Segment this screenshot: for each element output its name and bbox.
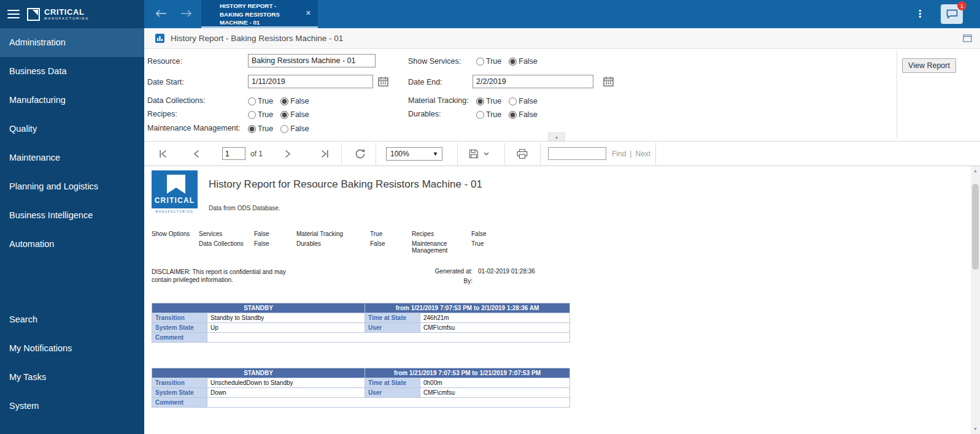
option-name: Services <box>199 230 254 237</box>
show-services-false-radio[interactable]: False <box>509 57 538 66</box>
option-value: True <box>471 240 508 254</box>
show-services-false-input[interactable] <box>509 58 517 66</box>
next-page-button[interactable] <box>284 148 292 159</box>
scroll-down-button[interactable]: ▼ <box>971 424 980 434</box>
sidebar-item-quality[interactable]: Quality <box>0 115 144 143</box>
data-collections-true-radio[interactable]: True <box>248 97 273 105</box>
date-end-calendar-icon[interactable] <box>603 77 614 86</box>
sidebar: CRITICAL MANUFACTURING Administration Bu… <box>0 0 144 434</box>
maintenance-management-false-input[interactable] <box>280 125 288 133</box>
recipes-true-input[interactable] <box>248 111 256 119</box>
vertical-scrollbar[interactable]: ▲ ▼ <box>971 166 980 434</box>
last-page-button[interactable] <box>318 148 331 159</box>
date-end-input[interactable] <box>473 75 593 88</box>
data-collections-false-radio[interactable]: False <box>280 97 309 105</box>
sidebar-item-maintenance[interactable]: Maintenance <box>0 143 144 172</box>
data-collections-false-input[interactable] <box>280 97 288 105</box>
cell-value <box>207 333 570 343</box>
view-report-button[interactable]: View Report <box>902 58 956 73</box>
history-back-button[interactable] <box>154 9 168 18</box>
show-services-true-input[interactable] <box>476 58 484 66</box>
divider <box>540 143 541 165</box>
divider <box>897 51 897 139</box>
recipes-false-input[interactable] <box>280 111 288 119</box>
sidebar-item-business-data[interactable]: Business Data <box>0 57 144 86</box>
generated-by-label: By: <box>402 278 473 284</box>
sidebar-item-planning-and-logistics[interactable]: Planning and Logistics <box>0 172 144 201</box>
zoom-select[interactable]: 100% ▼ <box>386 147 442 161</box>
show-services-true-radio[interactable]: True <box>476 57 501 66</box>
cell-value: UnscheduledDown to Standby <box>207 378 365 388</box>
chat-bubble-icon <box>946 9 958 19</box>
maintenance-management-false-radio[interactable]: False <box>280 124 309 133</box>
sidebar-item-my-tasks[interactable]: My Tasks <box>0 363 144 392</box>
radio-true-label: True <box>486 57 501 66</box>
previous-page-button[interactable] <box>192 148 201 159</box>
date-start-calendar-icon[interactable] <box>378 77 388 86</box>
durables-label: Durables: <box>408 110 441 118</box>
scrollbar-thumb[interactable] <box>972 184 979 270</box>
notifications-button[interactable]: 1 <box>941 4 963 24</box>
generated-at-label: Generated at: <box>402 268 473 275</box>
durables-true-radio[interactable]: True <box>476 110 501 119</box>
table-row: Transition UnscheduledDown to Standby Ti… <box>152 378 570 388</box>
maintenance-management-true-input[interactable] <box>248 125 256 133</box>
page-number-input[interactable] <box>222 147 245 160</box>
show-options-heading: Show Options <box>152 230 199 237</box>
sidebar-item-my-notifications[interactable]: My Notifications <box>0 334 144 363</box>
find-next-separator: | <box>630 150 631 158</box>
date-start-input[interactable] <box>248 75 373 88</box>
divider <box>341 143 342 165</box>
print-button[interactable] <box>515 147 529 160</box>
logo-sub: MANUFACTURING <box>44 17 90 21</box>
next-link[interactable]: Next <box>635 150 650 158</box>
cell-label: User <box>365 323 420 333</box>
divider <box>655 143 656 165</box>
scroll-up-button[interactable]: ▲ <box>971 166 980 176</box>
report-logo: CRITICAL MANUFACTURING <box>152 170 198 215</box>
durables-false-input[interactable] <box>509 111 517 119</box>
find-input[interactable] <box>548 147 606 160</box>
option-value: False <box>370 240 412 254</box>
state-header-row: STANDBY from 1/21/2019 7:07:53 PM to 1/2… <box>152 368 570 378</box>
resource-input[interactable] <box>248 54 376 67</box>
kebab-menu-icon[interactable]: ⋮ <box>915 8 925 20</box>
maintenance-management-true-radio[interactable]: True <box>248 124 273 133</box>
material-tracking-false-input[interactable] <box>509 97 517 105</box>
sidebar-item-administration[interactable]: Administration <box>0 28 144 57</box>
refresh-button[interactable] <box>353 147 367 161</box>
topbar: HISTORY REPORT - BAKING RESISTORS MACHIN… <box>144 0 980 28</box>
tab-close-icon[interactable]: ✕ <box>306 9 311 17</box>
sidebar-item-manufacturing[interactable]: Manufacturing <box>0 86 144 115</box>
first-page-button[interactable] <box>157 148 169 159</box>
material-tracking-true-radio[interactable]: True <box>476 97 501 105</box>
sidebar-item-system[interactable]: System <box>0 392 144 421</box>
sidebar-item-search[interactable]: Search <box>0 305 144 334</box>
durables-false-radio[interactable]: False <box>509 110 538 119</box>
find-link[interactable]: Find <box>612 150 626 158</box>
export-dropdown-chevron-icon[interactable] <box>482 151 490 157</box>
state-name: STANDBY <box>152 303 365 313</box>
data-collections-true-input[interactable] <box>248 97 256 105</box>
radio-true-label: True <box>486 110 501 119</box>
menu-icon[interactable] <box>7 7 20 21</box>
report-logo-mark-icon: CRITICAL <box>152 170 198 208</box>
material-tracking-false-radio[interactable]: False <box>509 97 538 105</box>
radio-true-label: True <box>258 124 273 133</box>
tab-history-report[interactable]: HISTORY REPORT - BAKING RESISTORS MACHIN… <box>201 0 318 28</box>
table-row: Transition Standby to Standby Time at St… <box>152 313 570 323</box>
sidebar-item-automation[interactable]: Automation <box>0 230 144 259</box>
history-forward-button[interactable] <box>180 9 193 18</box>
tab-title: HISTORY REPORT - BAKING RESISTORS MACHIN… <box>220 2 301 27</box>
radio-false-label: False <box>290 124 309 133</box>
recipes-true-radio[interactable]: True <box>248 110 273 119</box>
option-name: Recipes <box>412 230 471 237</box>
sidebar-item-business-intelligence[interactable]: Business Intelligence <box>0 201 144 230</box>
report-body: CRITICAL MANUFACTURING History Report fo… <box>144 166 980 434</box>
export-save-button[interactable] <box>468 148 480 160</box>
recipes-false-radio[interactable]: False <box>280 110 309 119</box>
durables-true-input[interactable] <box>476 111 484 119</box>
material-tracking-true-input[interactable] <box>476 97 484 105</box>
collapse-parameters-handle[interactable]: ▴ <box>548 132 565 141</box>
popout-window-icon[interactable] <box>963 34 972 42</box>
